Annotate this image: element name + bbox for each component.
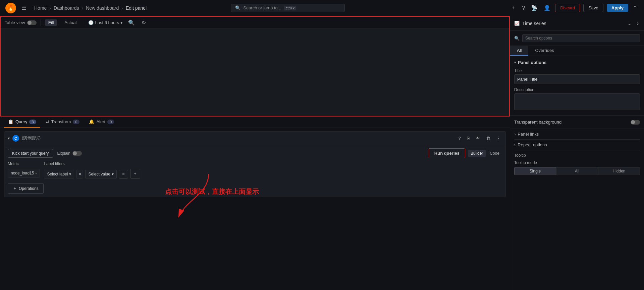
save-button[interactable]: Save: [583, 4, 603, 12]
query-tabs: 📋 Query 3 ⇄ Transform 0 🔔 Alert 0: [0, 117, 510, 128]
explain-row: Explain: [57, 151, 82, 156]
breadcrumb-edit-panel: Edit panel: [126, 5, 147, 11]
tooltip-hidden-button[interactable]: Hidden: [598, 167, 640, 175]
tooltip-all-button[interactable]: All: [556, 167, 598, 175]
notifications-button[interactable]: 📡: [530, 3, 539, 12]
query-more-button[interactable]: ⋮: [495, 134, 502, 142]
apply-button[interactable]: Apply: [607, 4, 628, 12]
table-view-toggle[interactable]: Table view: [5, 20, 37, 25]
tab-query-badge: 3: [29, 120, 36, 124]
search-icon: 🔍: [235, 5, 240, 10]
breadcrumb-new-dashboard[interactable]: New dashboard: [86, 5, 119, 11]
repeat-options-section[interactable]: › Repeat options: [514, 140, 640, 150]
zoom-out-button[interactable]: 🔍: [127, 18, 136, 27]
metric-value: node_load15: [11, 171, 34, 175]
grafana-logo: 🔥: [5, 3, 16, 13]
global-search[interactable]: 🔍 Search or jump to... ctrl+k: [231, 4, 345, 12]
breadcrumb-dashboards[interactable]: Dashboards: [54, 5, 79, 11]
annotation-area: 点击可以测试，直接在上面显示: [4, 201, 506, 227]
tab-transform-label: Transform: [51, 119, 71, 124]
tab-query[interactable]: 📋 Query 3: [4, 117, 40, 128]
tooltip-single-button[interactable]: Single: [514, 167, 556, 175]
select-value-arrow-icon: ▾: [112, 172, 114, 176]
collapse-query-button[interactable]: ▾: [8, 136, 10, 141]
search-options-input[interactable]: [522, 34, 640, 42]
panel-title-input[interactable]: [514, 74, 640, 84]
actual-button[interactable]: Actual: [61, 19, 80, 26]
filter-add-button[interactable]: ＋: [130, 169, 140, 178]
transparent-bg-toggle[interactable]: [631, 120, 640, 125]
toolbar-sep2: [84, 19, 84, 26]
tab-overrides[interactable]: Overrides: [528, 46, 560, 56]
main-layout: Table view Fill Actual 🕐 Last 6 hours ▾ …: [0, 16, 644, 290]
refresh-button[interactable]: ↻: [140, 18, 147, 27]
explain-label: Explain: [57, 151, 70, 156]
description-textarea[interactable]: [514, 93, 640, 110]
kick-start-button[interactable]: Kick start your query: [8, 149, 53, 158]
operations-button[interactable]: ＋ Operations: [8, 183, 44, 194]
tooltip-label: Tooltip: [514, 153, 640, 158]
tab-all[interactable]: All: [510, 46, 528, 56]
clock-icon: 🕐: [88, 20, 94, 25]
query-area: 📋 Query 3 ⇄ Transform 0 🔔 Alert 0: [0, 117, 510, 290]
explain-toggle[interactable]: [72, 151, 82, 156]
discard-button[interactable]: Discard: [555, 4, 580, 12]
options-tabs: All Overrides: [510, 46, 644, 56]
tab-transform[interactable]: ⇄ Transform 0: [42, 117, 84, 128]
transparent-bg-section: Transparent background: [510, 116, 644, 129]
repeat-options-chevron-icon: ›: [514, 142, 516, 147]
breadcrumb-home[interactable]: Home: [34, 5, 47, 11]
panel-options-header[interactable]: ▾ Panel options: [514, 60, 640, 65]
code-button[interactable]: Code: [487, 150, 502, 157]
select-label-text: Select label: [47, 172, 68, 176]
hamburger-menu[interactable]: ☰: [20, 3, 28, 12]
query-block-header: ▾ C (演示测试) ? ⎘ 👁 🗑 ⋮: [4, 132, 505, 145]
select-value-text: Select value: [88, 172, 110, 176]
tooltip-mode-label: Tooltip mode: [514, 160, 640, 165]
search-options: 🔍: [510, 31, 644, 46]
builder-button[interactable]: Builder: [468, 150, 486, 157]
run-queries-button[interactable]: Run queries: [429, 148, 465, 158]
fill-button[interactable]: Fill: [45, 19, 57, 26]
label-filters-label: Label filters: [44, 161, 140, 166]
repeat-options-label: Repeat options: [518, 142, 547, 147]
query-delete-button[interactable]: 🗑: [485, 134, 492, 142]
table-view-label: Table view: [5, 20, 25, 25]
table-view-pill[interactable]: [27, 20, 37, 25]
tab-transform-badge: 0: [73, 120, 79, 124]
annotation-arrow-svg: [158, 174, 259, 227]
query-copy-button[interactable]: ⎘: [466, 134, 471, 142]
add-button[interactable]: ＋: [509, 3, 517, 13]
label-filters-group: Label filters Select label ▾ = Select va…: [44, 161, 140, 178]
breadcrumb-sep2: ›: [82, 5, 84, 11]
metric-arrow-icon: ▾: [35, 171, 37, 175]
panel-options-label: Panel options: [518, 60, 546, 65]
tab-query-icon: 📋: [8, 119, 13, 124]
right-panel-header: 📈 Time series ⌄ ›: [510, 16, 644, 31]
query-help-button[interactable]: ?: [457, 134, 462, 142]
select-label-dropdown[interactable]: Select label ▾: [44, 170, 74, 178]
metric-label: Metric: [8, 161, 40, 166]
tooltip-mode-buttons: Single All Hidden: [514, 167, 640, 175]
panel-type-arrow-button[interactable]: ›: [636, 19, 640, 28]
tab-alert-icon: 🔔: [89, 119, 94, 124]
operator-select[interactable]: =: [76, 170, 83, 178]
time-series-icon: 📈: [514, 21, 520, 26]
collapse-button[interactable]: ⌃: [632, 3, 639, 12]
metric-select[interactable]: node_load15 ▾: [8, 169, 40, 177]
help-button[interactable]: ?: [521, 4, 526, 12]
select-value-dropdown[interactable]: Select value ▾: [85, 170, 116, 178]
filter-clear-button[interactable]: ✕: [119, 170, 128, 178]
time-range-button[interactable]: 🕐 Last 6 hours ▾: [88, 20, 123, 25]
user-avatar[interactable]: 👤: [542, 3, 552, 12]
breadcrumb-sep1: ›: [49, 5, 51, 11]
breadcrumb: Home › Dashboards › New dashboard › Edit…: [34, 5, 147, 11]
query-eye-button[interactable]: 👁: [474, 134, 481, 142]
panel-type-label: Time series: [522, 21, 623, 26]
top-nav: 🔥 ☰ Home › Dashboards › New dashboard › …: [0, 0, 644, 16]
content-area: Table view Fill Actual 🕐 Last 6 hours ▾ …: [0, 16, 510, 290]
tab-alert[interactable]: 🔔 Alert 0: [85, 117, 118, 128]
panel-links-section[interactable]: › Panel links: [514, 129, 640, 140]
panel-type-expand-button[interactable]: ⌄: [626, 19, 633, 28]
operations-label: Operations: [19, 186, 39, 191]
